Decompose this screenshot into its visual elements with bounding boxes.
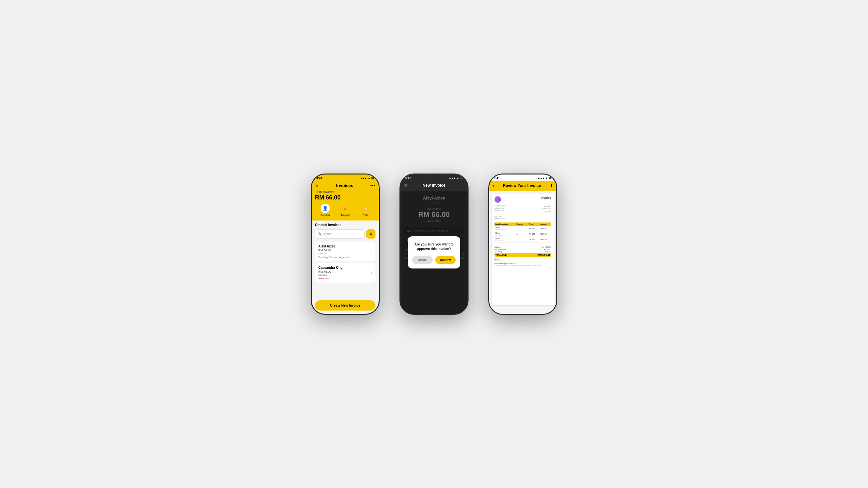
section-title: Created Invoices xyxy=(315,223,375,227)
search-row: 🔍 Search ⚙ xyxy=(315,229,375,238)
phone-1-screen: 9:41 ▲▲▲ ▲ ⬛ ✕ Invoices ••• To Be Invoic… xyxy=(312,174,379,314)
invoice-details: Invoice No.Invoice DateDue Date xyxy=(542,205,551,213)
total-due-value: RM 12,543.11 xyxy=(537,254,550,256)
modal-buttons: Cancel Confirm xyxy=(412,256,456,264)
unpaid-tab-label: Unpaid xyxy=(341,214,349,217)
confirm-button[interactable]: Confirm xyxy=(435,256,456,264)
invoice-item-1[interactable]: Aizyl Azlee RM 66.00 CA 001 | - Pending … xyxy=(315,242,375,261)
phone-3-status-icons: ▲▲▲ ▲ ⬛ xyxy=(537,177,552,180)
chevron-right-icon-1: › xyxy=(371,250,372,253)
item-amount-3: RM 0.00 xyxy=(539,237,551,242)
item-qty-2: 10 xyxy=(516,231,528,237)
close-button[interactable]: ✕ xyxy=(404,183,408,188)
payment-method-content: Preferred Payment Method is preferred tr… xyxy=(495,264,551,266)
subtotal-row: Subtotal RM 1,286.56 xyxy=(495,246,551,248)
phone-3-header: ‹ Review Your Invoice ⬆ xyxy=(489,181,556,191)
invoice-name-1: Aizyl Azlee xyxy=(318,245,349,248)
phone-3-time: 9:41 xyxy=(494,176,500,180)
tax-value: RM 5,100 xyxy=(544,251,551,253)
share-button[interactable]: ⬆ xyxy=(550,183,553,188)
modal-message: Are you sure you want to approve this in… xyxy=(412,242,456,251)
company-info-area: Company NameAddress Line 1Address Line 2… xyxy=(495,205,551,213)
create-new-invoice-button[interactable]: Create New Invoice xyxy=(315,300,375,311)
subtotal-value: RM 1,286.56 xyxy=(541,246,551,248)
tab-unpaid[interactable]: 💰 Unpaid xyxy=(341,204,350,217)
invoice-status-2: Rejected xyxy=(318,277,343,280)
col-price: Price xyxy=(528,223,539,226)
confirm-modal: Are you sure you want to approve this in… xyxy=(408,236,460,268)
more-options-button[interactable]: ••• xyxy=(370,183,375,188)
search-placeholder: Search xyxy=(323,232,332,236)
tab-created[interactable]: 👤 Created xyxy=(320,204,330,217)
table-row-2: MaxisDescription text 10 RM 0.00 RM 0.00 xyxy=(495,231,551,237)
tabs-row: 👤 Created 💰 Unpaid 🏷️ Paid xyxy=(315,204,375,217)
discount-row: Discount (50%) RM 1,000 xyxy=(495,249,551,251)
col-description: Item Description xyxy=(495,223,516,226)
phone-1-header: ✕ Invoices ••• To Be Invoiced RM 66.00 👤… xyxy=(312,181,379,221)
tax-row: Tax (10%) RM 5,100 xyxy=(495,251,551,253)
wifi-icon: ▲ xyxy=(457,177,459,179)
phone-3-status-bar: 9:41 ▲▲▲ ▲ ⬛ xyxy=(489,174,556,181)
company-logo xyxy=(495,196,501,203)
discount-value: RM 1,000 xyxy=(544,249,551,251)
signal-icon: ▲▲▲ xyxy=(360,177,367,179)
screen-container: 9:41 ▲▲▲ ▲ ⬛ ✕ Invoices ••• To Be Invoic… xyxy=(298,154,570,334)
item-amount-1: RM 0.00 xyxy=(539,226,551,231)
item-price-2: RM 0.00 xyxy=(528,231,539,237)
invoice-item-2[interactable]: Cassandra Ong RM 40.00 CA 001 | - Reject… xyxy=(315,263,375,283)
created-tab-icon: 👤 xyxy=(320,204,330,213)
battery-icon: ⬛ xyxy=(460,177,463,180)
filter-button[interactable]: ⚙ xyxy=(366,229,375,238)
paid-tab-label: Paid xyxy=(363,214,368,217)
tab-paid[interactable]: 🏷️ Paid xyxy=(361,204,370,217)
col-qty: Quantity xyxy=(516,223,528,226)
invoice-label: Invoice xyxy=(541,196,551,199)
discount-label: Discount (50%) xyxy=(495,249,506,251)
tax-label: Tax (10%) xyxy=(495,251,502,253)
subtotal-label: Subtotal xyxy=(495,246,500,248)
wifi-icon: ▲ xyxy=(546,177,548,179)
cancel-button[interactable]: Cancel xyxy=(412,256,433,264)
page-number: Page 1 xyxy=(495,267,551,269)
invoice-table: Item Description Quantity Price Amount M… xyxy=(495,223,551,242)
total-due-label: TOTAL DUE xyxy=(495,254,507,256)
paper-header: Invoice xyxy=(495,196,551,203)
item-desc-1: MaxisDescription text xyxy=(495,226,516,231)
item-qty-3: 2 xyxy=(516,237,528,242)
invoice-amount-2: RM 40.00 xyxy=(318,270,343,273)
item-qty-1: 2 xyxy=(516,226,528,231)
phone-2-shell: 9:41 ▲▲▲ ▲ ⬛ ✕ New Invoice Aizyl Azlee C… xyxy=(400,173,468,315)
invoice-name-2: Cassandra Ong xyxy=(318,266,343,269)
item-desc-3: MaxisDescription text xyxy=(495,237,516,242)
phone-1-time: 9:41 xyxy=(316,176,322,180)
unpaid-tab-icon: 💰 xyxy=(341,204,350,213)
table-row-3: MaxisDescription text 2 RM 0.00 RM 0.00 xyxy=(495,237,551,242)
paid-tab-icon: 🏷️ xyxy=(361,204,370,213)
invoice-item-1-info: Aizyl Azlee RM 66.00 CA 001 | - Pending … xyxy=(318,245,349,259)
invoice-id-1: CA 001 | - xyxy=(318,252,349,255)
buyer-info: Buy FromBuyer Address xyxy=(495,216,551,220)
search-icon: 🔍 xyxy=(318,232,321,236)
invoice-status-1: Pending Checker Approval xyxy=(318,256,349,259)
seller-name: Company NameAddress Line 1Address Line 2 xyxy=(495,205,506,212)
divider-1 xyxy=(495,214,551,214)
page-title: Invoices xyxy=(319,183,370,188)
phone-2-status-bar: 9:41 ▲▲▲ ▲ ⬛ xyxy=(400,174,468,181)
battery-icon: ⬛ xyxy=(371,177,374,180)
phone-2-time: 9:41 xyxy=(405,176,411,180)
invoice-amount-1: RM 66.00 xyxy=(318,249,349,252)
phone-1-status-bar: 9:41 ▲▲▲ ▲ ⬛ xyxy=(312,174,379,181)
back-button[interactable]: ‹ xyxy=(493,183,494,188)
phone-2-screen: 9:41 ▲▲▲ ▲ ⬛ ✕ New Invoice Aizyl Azlee C… xyxy=(400,174,468,314)
table-row-1: MaxisDescription text 2 RM 0.00 RM 0.00 xyxy=(495,226,551,231)
signal-icon: ▲▲▲ xyxy=(449,177,456,179)
page-title: Review Your Invoice xyxy=(503,183,541,188)
close-button[interactable]: ✕ xyxy=(315,183,319,188)
phone-1-body: Created Invoices 🔍 Search ⚙ Aizyl Azlee … xyxy=(312,221,379,298)
search-input[interactable]: 🔍 Search xyxy=(315,229,365,238)
total-final-row: TOTAL DUE RM 12,543.11 xyxy=(495,253,551,257)
divider-2 xyxy=(495,221,551,221)
total-amount: RM 66.00 xyxy=(315,194,375,201)
created-tab-label: Created xyxy=(320,214,330,217)
divider-3 xyxy=(495,244,551,244)
